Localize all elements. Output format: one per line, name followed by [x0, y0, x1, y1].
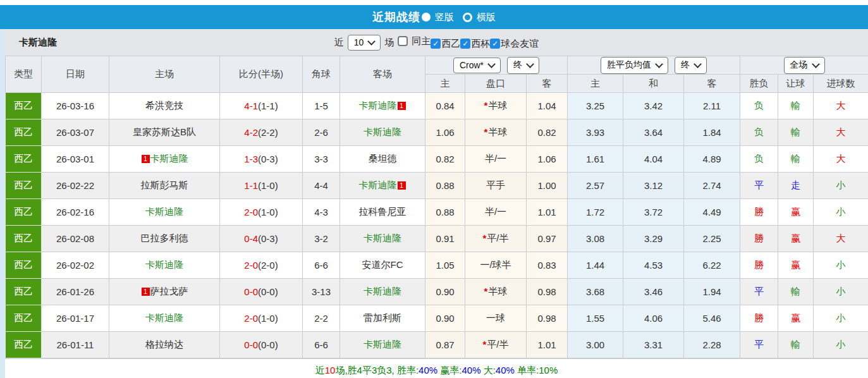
team-name-text: 桑坦德 — [369, 153, 397, 164]
cell-handicap: 輸 — [778, 279, 814, 305]
cell-date: 26-02-08 — [42, 226, 109, 252]
odds-time-dropdown[interactable]: 终 — [507, 57, 539, 74]
avg-time-dropdown[interactable]: 终 — [675, 57, 707, 74]
team-name-text: 卡斯迪隆 — [364, 233, 401, 243]
table-row: 西乙26-02-22拉斯彭马斯1-1(1-0)4-4卡斯迪隆10.88平手1.0… — [6, 173, 868, 199]
table-row: 西乙26-01-17卡斯迪隆2-0(1-0)2-2雷加利斯0.90一球0.981… — [6, 305, 868, 332]
cell-away-team: 卡斯迪隆 — [340, 119, 425, 146]
cell-avg-draw: 3.31 — [623, 332, 684, 358]
radio-vertical-label[interactable]: 竖版 — [435, 11, 454, 23]
chevron-down-icon — [487, 60, 496, 68]
line-star-icon: * — [484, 100, 488, 111]
cell-result: 负 — [740, 146, 778, 173]
checkbox-checked-icon[interactable]: ✓ — [460, 39, 470, 49]
header-odds-line: 盘口 — [465, 75, 527, 93]
team-name-text: 卡斯迪隆 — [359, 180, 397, 190]
cell-home-team: 1卡斯迪隆 — [109, 146, 220, 173]
score-halftime: (0-0) — [258, 286, 278, 297]
cell-score: 0-0(0-0) — [220, 332, 303, 358]
cell-odds-line: 一/球半 — [465, 252, 527, 279]
header-avg-home: 主 — [568, 75, 623, 93]
score-halftime: (1-0) — [258, 207, 278, 217]
summary-segment: 单率: — [515, 365, 539, 375]
cell-league-type: 西乙 — [6, 226, 42, 252]
cell-avg-away: 5.46 — [684, 305, 740, 332]
score-fulltime: 4-2 — [244, 127, 258, 138]
home-order-badge: 1 — [142, 155, 150, 163]
cell-odds-home: 1.05 — [425, 252, 465, 279]
checkbox-checked-icon[interactable]: ✓ — [431, 39, 441, 49]
filter-checkbox-item[interactable]: ✓西乙 — [431, 38, 460, 50]
cell-handicap: 走 — [778, 173, 814, 199]
summary-segment: 10% — [539, 365, 558, 375]
cell-avg-home: 3.68 — [568, 279, 623, 305]
filter-checkbox-item[interactable]: 同主 — [398, 35, 431, 47]
cell-avg-draw: 3.46 — [623, 279, 684, 305]
cell-odds-home: 0.90 — [425, 305, 465, 332]
fullmatch-dropdown[interactable]: 全场 — [784, 57, 825, 74]
score-halftime: (1-1) — [258, 101, 278, 111]
cell-avg-home: 3.08 — [568, 226, 623, 252]
cell-date: 26-01-26 — [42, 279, 109, 305]
cell-date: 26-03-07 — [42, 119, 109, 146]
summary-segment: 40% — [462, 365, 480, 375]
cell-result: 勝 — [740, 305, 778, 332]
team-name-text: 皇家苏斯达B队 — [133, 126, 196, 137]
cell-handicap: 輸 — [778, 119, 814, 146]
chevron-down-icon — [526, 60, 534, 68]
bookmaker-dropdown[interactable]: Crow* — [453, 58, 501, 73]
team-name-text: 雷加利斯 — [364, 312, 401, 323]
cell-corners: 3-2 — [303, 226, 340, 252]
header-result: 胜负 — [740, 75, 778, 93]
filter-group: 近 10 场 同主✓西乙✓西杯✓球会友谊 — [333, 35, 541, 51]
match-count-dropdown[interactable]: 10 — [348, 35, 381, 51]
filter-checkbox-item[interactable]: ✓球会友谊 — [490, 38, 539, 50]
cell-result: 勝 — [740, 199, 778, 226]
cell-score: 1-1(1-0) — [220, 173, 303, 199]
score-fulltime: 1-1 — [244, 180, 258, 191]
cell-date: 26-02-22 — [42, 173, 109, 199]
cell-home-team: 卡斯迪隆 — [109, 199, 220, 226]
cell-avg-away: 1.84 — [684, 119, 740, 146]
cell-avg-home: 1.61 — [568, 146, 623, 173]
chevron-down-icon — [367, 37, 376, 46]
cell-date: 26-02-16 — [42, 199, 109, 226]
radio-horizontal-label[interactable]: 横版 — [477, 11, 496, 23]
cell-handicap: 輸 — [778, 332, 814, 358]
cell-away-team: 卡斯迪隆 — [340, 279, 425, 305]
header-away: 客场 — [340, 56, 425, 93]
team-name-text: 安道尔FC — [362, 259, 403, 270]
cell-corners: 3-3 — [303, 146, 340, 173]
cell-avg-home: 1.44 — [568, 252, 623, 279]
cell-handicap: 輸 — [778, 146, 814, 173]
radio-horizontal-icon[interactable] — [463, 13, 472, 22]
table-row: 西乙26-02-02卡斯迪隆2-0(2-0)6-6安道尔FC1.05一/球半0.… — [6, 252, 868, 279]
cell-goals: 小 — [814, 173, 868, 199]
cell-odds-away: 0.98 — [527, 279, 568, 305]
table-row: 西乙26-03-07皇家苏斯达B队4-2(2-2)2-6卡斯迪隆1.06*半球0… — [6, 119, 868, 146]
radio-vertical-selected-icon[interactable] — [422, 13, 431, 21]
cell-avg-away: 2.11 — [684, 93, 740, 119]
team-name-text: 卡斯迪隆 — [145, 259, 183, 270]
header-corner: 角球 — [303, 56, 340, 93]
cell-home-team: 格拉纳达 — [109, 332, 220, 358]
cell-odds-line: *平/半 — [465, 332, 527, 358]
top-white-strip — [0, 0, 868, 5]
cell-avg-draw: 4.04 — [623, 146, 684, 173]
cell-odds-line: 半/一 — [465, 199, 527, 226]
avg-odds-dropdown[interactable]: 胜平负均值 — [601, 57, 668, 74]
team-name-text: 拉斯彭马斯 — [141, 180, 188, 190]
score-fulltime: 2-0 — [244, 207, 258, 217]
cell-away-team: 卡斯迪隆 — [340, 332, 425, 358]
checkbox-checked-icon[interactable]: ✓ — [490, 39, 500, 49]
checkbox-label: 球会友谊 — [501, 38, 539, 50]
cell-odds-home: 0.91 — [425, 226, 465, 252]
cell-handicap: 赢 — [778, 226, 814, 252]
filter-checkbox-item[interactable]: ✓西杯 — [460, 38, 490, 50]
score-halftime: (0-0) — [258, 339, 278, 350]
checkbox-unchecked-icon[interactable] — [398, 36, 408, 46]
score-halftime: (1-0) — [258, 180, 278, 191]
header-goals: 进球数 — [814, 75, 868, 93]
table-row: 西乙26-02-08巴拉多利德0-4(0-3)3-2卡斯迪隆0.91*平/半0.… — [6, 226, 868, 252]
cell-avg-home: 2.57 — [568, 173, 623, 199]
